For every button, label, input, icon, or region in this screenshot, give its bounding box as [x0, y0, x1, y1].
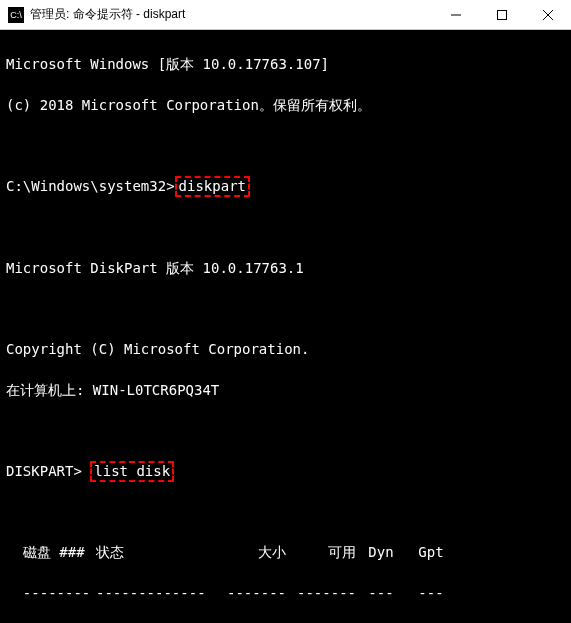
blank-line: [6, 420, 565, 440]
cmd-list-disk: list disk: [90, 461, 174, 482]
diskpart-prompt: DISKPART>: [6, 463, 82, 479]
table-separator: -------- ------------- ------- ------- -…: [6, 583, 565, 603]
blank-line: [6, 502, 565, 522]
col-status: 状态: [96, 542, 206, 562]
app-icon: C:\: [8, 7, 24, 23]
blank-line: [6, 135, 565, 155]
table-header: 磁盘 ### 状态 大小 可用 Dyn Gpt: [6, 542, 565, 562]
col-free: 可用: [286, 542, 356, 562]
close-button[interactable]: [525, 0, 571, 29]
diskpart-computer: 在计算机上: WIN-L0TCR6PQ34T: [6, 380, 565, 400]
diskpart-copyright: Copyright (C) Microsoft Corporation.: [6, 339, 565, 359]
col-disk: 磁盘 ###: [6, 542, 96, 562]
cmd-diskpart: diskpart: [175, 176, 250, 197]
col-gpt: Gpt: [406, 542, 456, 562]
col-size: 大小: [206, 542, 286, 562]
header-line: (c) 2018 Microsoft Corporation。保留所有权利。: [6, 95, 565, 115]
minimize-button[interactable]: [433, 0, 479, 29]
col-dyn: Dyn: [356, 542, 406, 562]
blank-line: [6, 298, 565, 318]
window-controls: [433, 0, 571, 29]
blank-line: [6, 217, 565, 237]
prompt-path: C:\Windows\system32>: [6, 178, 175, 194]
terminal-output[interactable]: Microsoft Windows [版本 10.0.17763.107] (c…: [0, 30, 571, 623]
prompt-line: DISKPART> list disk: [6, 461, 565, 482]
prompt-line: C:\Windows\system32>diskpart: [6, 176, 565, 197]
diskpart-header: Microsoft DiskPart 版本 10.0.17763.1: [6, 258, 565, 278]
svg-rect-1: [498, 10, 507, 19]
window-titlebar: C:\ 管理员: 命令提示符 - diskpart: [0, 0, 571, 30]
header-line: Microsoft Windows [版本 10.0.17763.107]: [6, 54, 565, 74]
window-title: 管理员: 命令提示符 - diskpart: [30, 6, 433, 23]
maximize-button[interactable]: [479, 0, 525, 29]
